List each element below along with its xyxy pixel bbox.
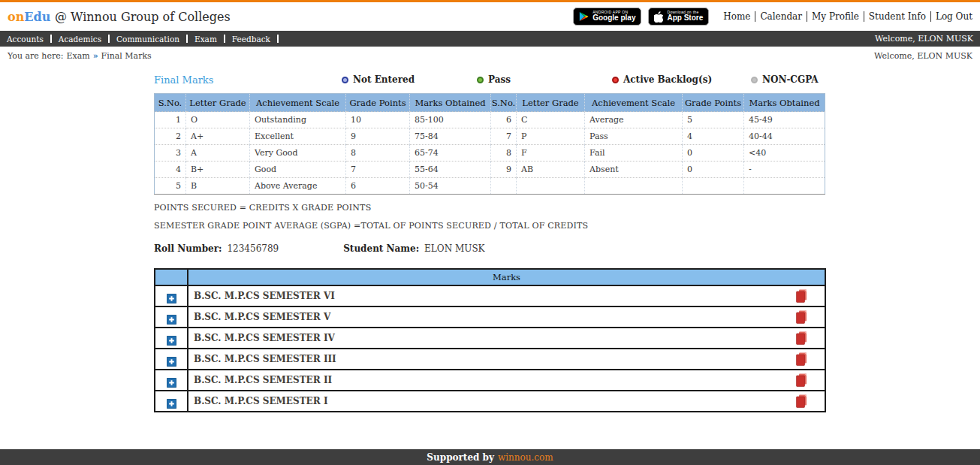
legend-label: Active Backlog(s) — [623, 74, 712, 85]
footer-supported-text: Supported by — [427, 452, 494, 463]
grade-row: 5 B Above Average 6 50-54 — [155, 178, 825, 195]
grade-cell: 40-44 — [744, 128, 825, 145]
app-store-badge[interactable]: Download on the App Store — [648, 8, 709, 26]
link-calendar[interactable]: Calendar — [755, 11, 807, 22]
expand-plus-icon[interactable] — [167, 397, 176, 407]
grade-cell: Average — [585, 112, 683, 128]
grade-cell: P — [517, 128, 585, 145]
breadcrumb-bar: You are here: Exam » Final Marks Welcome… — [0, 47, 980, 65]
semester-label: B.SC. M.P.CS SEMESTER I — [194, 396, 328, 406]
link-my-profile[interactable]: My Profile — [807, 11, 864, 22]
grade-header-row: S.No. Letter Grade Achievement Scale Gra… — [155, 94, 825, 112]
expand-plus-icon[interactable] — [167, 334, 176, 344]
main-navbar: Accounts Academics Communication Exam Fe… — [0, 31, 980, 47]
grade-cell: 7 — [346, 162, 410, 178]
header: onEdu @ Winnou Group of Colleges ANDROID… — [0, 2, 980, 31]
table-row: B.SC. M.P.CS SEMESTER III — [155, 349, 825, 370]
marks-header-row: Marks — [155, 269, 825, 285]
breadcrumb-separator-icon: » — [93, 51, 98, 61]
semester-label: B.SC. M.P.CS SEMESTER IV — [194, 333, 335, 343]
grade-cell: 6 — [346, 178, 410, 195]
grade-cell — [517, 178, 585, 195]
expand-plus-icon[interactable] — [167, 313, 176, 323]
grade-cell: A — [186, 145, 250, 162]
link-log-out[interactable]: Log Out — [931, 11, 972, 22]
sgpa-formula-note: SEMESTER GRADE POINT AVERAGE (SGPA) =TOT… — [154, 221, 826, 231]
table-row: B.SC. M.P.CS SEMESTER VI — [155, 285, 825, 306]
grade-cell: 65-74 — [410, 145, 491, 162]
grade-row: 2 A+ Excellent 9 75-84 7 P Pass 4 40-44 — [155, 128, 825, 145]
semester-label: B.SC. M.P.CS SEMESTER II — [194, 375, 332, 385]
grade-cell: <40 — [744, 145, 825, 162]
grade-cell: 5 — [155, 178, 186, 195]
marks-document-icon[interactable] — [796, 289, 807, 303]
grade-cell — [744, 178, 825, 195]
col-header-marks-obtained: Marks Obtained — [744, 94, 825, 112]
marks-document-icon[interactable] — [796, 373, 807, 387]
page-title: Final Marks — [154, 74, 342, 86]
grade-cell: O — [186, 112, 250, 128]
grade-cell — [491, 178, 517, 195]
marks-document-icon[interactable] — [796, 394, 807, 408]
grade-cell: 8 — [491, 145, 517, 162]
marks-column-header: Marks — [188, 269, 825, 285]
semester-label: B.SC. M.P.CS SEMESTER VI — [194, 291, 335, 301]
grade-cell: 7 — [491, 128, 517, 145]
grade-cell: 55-64 — [410, 162, 491, 178]
table-row: B.SC. M.P.CS SEMESTER IV — [155, 328, 825, 349]
main-content: Final Marks Not Entered Pass Active Back… — [154, 65, 826, 449]
app-store-label: App Store — [667, 14, 703, 23]
grade-cell: 85-100 — [410, 112, 491, 128]
grade-cell: 6 — [491, 112, 517, 128]
footer: Supported by winnou.com — [0, 449, 980, 465]
apple-icon — [654, 11, 663, 23]
active-backlog-status-dot — [612, 77, 619, 83]
link-home[interactable]: Home — [719, 11, 755, 22]
grade-row: 1 O Outstanding 10 85-100 6 C Average 5 … — [155, 112, 825, 128]
student-name-label: Student Name: — [343, 243, 419, 254]
expand-plus-icon[interactable] — [167, 355, 176, 365]
grade-cell: - — [744, 162, 825, 178]
marks-document-icon[interactable] — [796, 352, 807, 366]
grade-cell: 4 — [683, 128, 744, 145]
not-entered-status-dot — [342, 77, 348, 83]
grade-cell: 0 — [683, 145, 744, 162]
legend-active-backlog: Active Backlog(s) — [612, 74, 751, 85]
marks-document-icon[interactable] — [796, 331, 807, 345]
grade-cell — [585, 178, 683, 195]
legend-label: Not Entered — [353, 74, 415, 85]
semester-label: B.SC. M.P.CS SEMESTER V — [194, 312, 330, 322]
legend-pass: Pass — [477, 74, 612, 85]
student-info-row: Roll Number: 123456789 Student Name: ELO… — [154, 243, 826, 254]
col-header-achievement-scale: Achievement Scale — [585, 94, 683, 112]
app-logo[interactable]: onEdu @ Winnou Group of Colleges — [8, 10, 231, 24]
breadcrumb-section-exam[interactable]: Exam — [66, 51, 89, 61]
roll-number-label: Roll Number: — [154, 243, 222, 254]
semester-marks-table: Marks B.SC. M.P.CS SEMESTER VI B.SC. M.P… — [154, 268, 826, 412]
nav-item-academics[interactable]: Academics — [59, 35, 116, 44]
expand-plus-icon[interactable] — [167, 376, 176, 386]
grade-cell: 75-84 — [410, 128, 491, 145]
breadcrumb-prefix: You are here: — [8, 51, 63, 61]
link-student-info[interactable]: Student Info — [864, 11, 931, 22]
footer-winnou-link[interactable]: winnou.com — [498, 452, 553, 463]
grade-cell: 9 — [491, 162, 517, 178]
nav-item-exam[interactable]: Exam — [194, 35, 232, 44]
grade-cell: AB — [517, 162, 585, 178]
points-formula-note: POINTS SECURED = CREDITS X GRADE POINTS — [154, 203, 826, 213]
grade-cell — [683, 178, 744, 195]
grade-cell: Very Good — [250, 145, 346, 162]
grade-cell: Fail — [585, 145, 683, 162]
table-row: B.SC. M.P.CS SEMESTER I — [155, 391, 825, 412]
marks-document-icon[interactable] — [796, 310, 807, 324]
expand-plus-icon[interactable] — [167, 292, 176, 302]
grade-cell: Above Average — [250, 178, 346, 195]
nav-item-feedback[interactable]: Feedback — [232, 35, 285, 44]
nav-item-accounts[interactable]: Accounts — [7, 35, 59, 44]
nav-item-communication[interactable]: Communication — [116, 35, 194, 44]
status-legend: Not Entered Pass Active Backlog(s) NON-C… — [342, 74, 826, 85]
google-play-badge[interactable]: ANDROID APP ON Google play — [573, 8, 641, 26]
grade-cell: 45-49 — [744, 112, 825, 128]
grade-row: 4 B+ Good 7 55-64 9 AB Absent 0 - — [155, 162, 825, 178]
table-row: B.SC. M.P.CS SEMESTER V — [155, 306, 825, 328]
